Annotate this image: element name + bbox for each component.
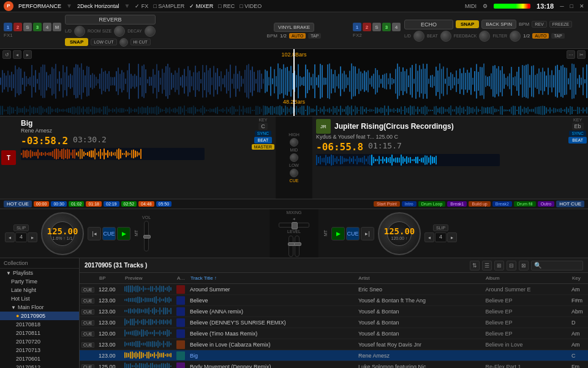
cp-4[interactable]: 02:19 — [104, 201, 119, 207]
track-row[interactable]: CUE123.00Believe (ANNA remix)Yousef & Bo… — [80, 306, 588, 317]
fx1-snap[interactable]: SNAP — [65, 38, 88, 46]
waveform-cut[interactable]: ✂ — [577, 50, 586, 59]
maximize-btn[interactable]: □ — [570, 3, 573, 9]
close-btn[interactable]: ✕ — [579, 3, 584, 9]
fx1-knob3[interactable] — [145, 26, 156, 37]
track-cue[interactable]: CUE — [80, 309, 97, 315]
left-prev-btn[interactable]: |◂ — [88, 227, 101, 240]
high-knob[interactable] — [290, 138, 298, 147]
sidebar-item-partytime[interactable]: Party Time — [0, 277, 79, 286]
deck-right-sync[interactable]: SYNC — [569, 131, 586, 136]
hc-drumfill[interactable]: Drum fill — [514, 201, 536, 207]
cp-7[interactable]: 05:50 — [156, 201, 172, 207]
sidebar-item-20170601[interactable]: 20170601 — [0, 355, 79, 363]
minimize-btn[interactable]: ─ — [560, 3, 564, 9]
search-input[interactable] — [543, 263, 580, 269]
zoom-out-btn[interactable]: ▸ — [23, 50, 32, 59]
mode-button[interactable]: PERFORMANCE — [18, 3, 61, 9]
fx2-num1[interactable]: 1 — [353, 23, 361, 31]
deck-left-key[interactable]: C — [258, 123, 268, 130]
track-cue[interactable]: CUE — [80, 364, 97, 369]
fx1-numm[interactable]: M — [53, 23, 61, 31]
left-jog-wheel[interactable]: 125.00 1.6% ↑ 1/1 — [41, 212, 84, 255]
sidebar-item-20170720[interactable]: 20170720 — [0, 337, 79, 346]
extra-view-btn[interactable]: ⊠ — [519, 261, 529, 270]
track-cue[interactable]: CUE — [80, 297, 97, 304]
fx2-name[interactable]: ECHO — [404, 20, 453, 29]
col-bp[interactable]: BP — [97, 275, 123, 281]
hc-buildup[interactable]: Build up — [469, 201, 490, 207]
deck-left-master[interactable]: MASTER — [252, 144, 274, 150]
settings-icon[interactable]: ⚙ — [483, 3, 488, 9]
tap-btn[interactable]: TAP — [308, 33, 321, 39]
fx1-lowcut-knob[interactable] — [119, 38, 128, 47]
fx1-num4[interactable]: 4 — [43, 23, 51, 31]
collection-label[interactable]: Collection — [4, 260, 28, 266]
right-next-btn[interactable]: ▸| — [361, 227, 374, 240]
sidebar-item-20170512[interactable]: 20170512 — [0, 363, 79, 368]
fx2-knob1[interactable] — [413, 31, 424, 42]
track-cue[interactable]: CUE — [80, 320, 97, 326]
track-title[interactable]: Believe in Love (Cabarza Remix) — [188, 342, 356, 348]
fx2-num3[interactable]: 3 — [382, 23, 391, 31]
right-cue-btn[interactable]: CUE — [346, 227, 360, 240]
right-loop-plus[interactable]: ▸ — [447, 232, 457, 242]
cover-view-btn[interactable]: ⊟ — [507, 261, 516, 270]
hc-break2[interactable]: Break2 — [492, 201, 512, 207]
deck-right-key[interactable]: Eb — [572, 123, 584, 130]
sidebar-item-20170713[interactable]: 20170713 — [0, 346, 79, 355]
fx1-num2[interactable]: 2 — [13, 23, 22, 31]
track-title[interactable]: Believe — [188, 297, 356, 304]
low-knob[interactable] — [290, 169, 298, 177]
track-cue[interactable]: CUE — [80, 331, 97, 337]
cp-3[interactable]: 01:18 — [86, 201, 102, 207]
cp-6[interactable]: 04:48 — [138, 201, 154, 207]
sidebar-item-playlists[interactable]: ▼Playlists — [0, 269, 79, 277]
fx1-knob1[interactable] — [74, 26, 85, 37]
col-title[interactable]: Track Title ↑ — [188, 275, 356, 281]
waveform-tool1[interactable]: ⋯ — [567, 50, 575, 59]
col-artwork[interactable]: Artwork — [175, 275, 188, 281]
deck-left-beat[interactable]: BEAT — [254, 137, 273, 144]
col-artist[interactable]: Artist — [356, 275, 483, 281]
left-loop-minus[interactable]: ◂ — [5, 232, 15, 242]
hc-break1[interactable]: Break1 — [447, 201, 467, 207]
track-title[interactable]: Around Summer — [188, 286, 356, 293]
zoom-in-btn[interactable]: ◂ — [13, 50, 21, 59]
left-slip[interactable]: SLIP — [13, 224, 29, 231]
track-cue[interactable]: CUE — [80, 342, 97, 348]
track-row[interactable]: CUE120.00Believe (Timo Maas Remix)Yousef… — [80, 328, 588, 339]
sidebar-item-latenight[interactable]: Late Night — [0, 286, 79, 294]
fx2-num4[interactable]: 4 — [392, 23, 401, 31]
track-row[interactable]: CUE122.00Around SummerEric SneoAround Su… — [80, 284, 588, 295]
right-play-btn[interactable]: ▶ — [331, 227, 345, 240]
left-play-btn[interactable]: ▶ — [117, 227, 130, 240]
fx1-knob2[interactable] — [114, 26, 125, 37]
back-spin[interactable]: BACK SPIN — [481, 20, 516, 29]
fx1-num3[interactable]: 3 — [33, 23, 42, 31]
col-preview[interactable]: Preview — [123, 275, 175, 281]
cp-5[interactable]: 02:52 — [121, 201, 137, 207]
left-cue-btn[interactable]: CUE — [102, 227, 116, 240]
fx2-nums[interactable]: S — [372, 23, 381, 31]
fx2-snap[interactable]: SNAP — [456, 20, 479, 28]
hc-startpoint[interactable]: Start Point — [374, 201, 400, 207]
track-row[interactable]: CUE125.00Body Movement (Denney Remix)Luk… — [80, 361, 588, 368]
fx2-rev[interactable]: REV — [532, 21, 546, 28]
mid-knob[interactable] — [290, 153, 298, 162]
fx1-name[interactable]: REVERB — [65, 15, 156, 25]
track-title[interactable]: Believe (Timo Maas Remix) — [188, 331, 356, 337]
cp-2[interactable]: 01:02 — [69, 201, 85, 207]
video-toggle[interactable]: □ VIDEO — [239, 3, 262, 9]
track-title[interactable]: Big — [188, 353, 356, 359]
track-title[interactable]: Believe (DENNEY'S SUNRISE REMIX) — [188, 320, 356, 326]
auto-btn[interactable]: AUTO — [289, 33, 306, 39]
sidebar-item-20170818[interactable]: 20170818 — [0, 320, 79, 329]
col-album[interactable]: Album — [483, 275, 570, 281]
rst-btn[interactable]: ↺ — [2, 50, 11, 59]
track-title[interactable]: Believe (ANNA remix) — [188, 309, 356, 315]
track-row[interactable]: 123.00BigRene AmeszC — [80, 350, 588, 361]
fx1-nums[interactable]: S — [23, 23, 32, 31]
fx2-tap[interactable]: TAP — [551, 33, 564, 39]
hc-outro[interactable]: Outro — [538, 201, 555, 207]
